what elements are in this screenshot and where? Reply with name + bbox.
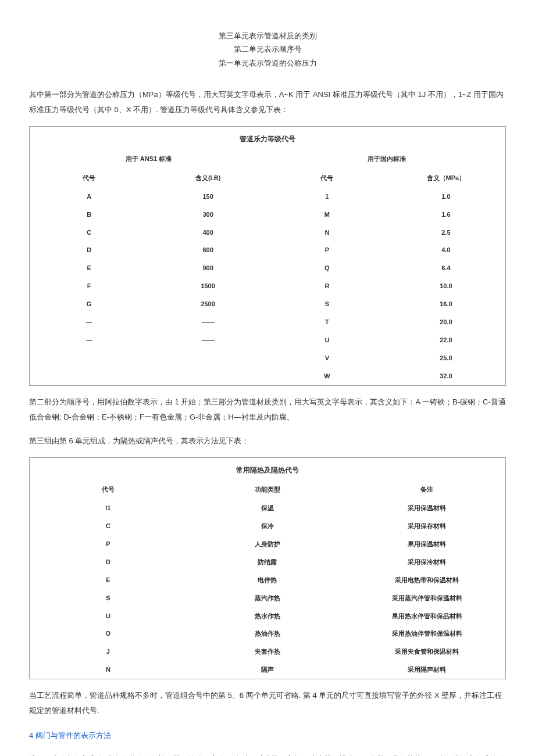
table-row: F1500R10.0 (30, 277, 506, 295)
table-cell: 电伴热 (187, 571, 348, 589)
table-cell: 4.0 (387, 241, 506, 259)
table-cell: 人身防护 (187, 535, 348, 553)
table-cell: 采用热油伴管和保温材料 (348, 625, 505, 643)
table-cell (30, 349, 149, 367)
table2-h2: 功能类型 (187, 480, 348, 499)
table-cell: 1500 (148, 277, 268, 295)
table-cell: 1 (268, 188, 387, 206)
table2-h1: 代号 (30, 480, 187, 499)
table-cell: 900 (148, 259, 268, 277)
table-cell: 1.6 (387, 206, 506, 224)
table-cell: 隔声 (187, 661, 348, 679)
table-row: O热油作热采用热油伴管和保温材料 (30, 625, 506, 643)
table-row: D600P4.0 (30, 241, 506, 259)
table-row: C400N2.5 (30, 224, 506, 242)
table-cell: 300 (148, 206, 268, 224)
table-cell: 400 (148, 224, 268, 242)
table-cell: P (30, 535, 187, 553)
table2-title: 常用隔热及隔热代号 (30, 457, 506, 480)
pressure-grade-table: 管道乐力等级代号 用于 ANS1 标准 用于国内标准 代号 含义(I.B) 代号… (29, 126, 506, 385)
table-cell (30, 367, 149, 385)
table-cell: P (268, 241, 387, 259)
table-cell: 热油作热 (187, 625, 348, 643)
table-row: E电伴热采用电热带和保温材料 (30, 571, 506, 589)
paragraph-5: 流程图中全部阀门和各种管路附件，如补偿器，软管、永久（临时）过速器、盲板、疏水器… (29, 752, 506, 756)
table-cell: 保冷 (187, 517, 348, 535)
table-cell: 采用隔声材料 (348, 661, 505, 679)
table-cell: N (30, 661, 187, 679)
table1-h4: 含义（MPa） (387, 169, 506, 188)
table-cell: —— (148, 331, 268, 349)
table1-group1: 用于 ANS1 标准 (30, 149, 268, 169)
table-cell: V (268, 349, 387, 367)
table-cell: 蒸汽作热 (187, 589, 348, 607)
table-cell: 10.0 (387, 277, 506, 295)
table-cell: 20.0 (387, 313, 506, 331)
table-row: W32.0 (30, 367, 506, 385)
section-4-title: 4 阀门与管件的表示方法 (29, 729, 506, 743)
table-cell: 保温 (187, 499, 348, 517)
table1-group2: 用于国内标准 (268, 149, 506, 169)
table-row: U热水作热果用热水伴管和保品材料 (30, 607, 506, 625)
table1-h3: 代号 (268, 169, 387, 188)
unit-line-3: 第三单元表示管道材质的类别 (29, 29, 506, 42)
table-row: I1保温采用保温材料 (30, 499, 506, 517)
paragraph-2: 第二部分为顺序号，用阿拉伯数字表示，由 1 开始；第三部分为管道材质类别，用大写… (29, 395, 506, 425)
table-cell: 采用保存材料 (348, 517, 505, 535)
table-row: E900Q6.4 (30, 259, 506, 277)
table-cell: 22.0 (387, 331, 506, 349)
table-cell: 夹套作热 (187, 643, 348, 661)
paragraph-4: 当工艺流程简单，管道品种规格不多时，管道组合号中的第 5、6 两个单元可省略. … (29, 688, 506, 718)
table-cell: 1.0 (387, 188, 506, 206)
table-row: G2500S16.0 (30, 295, 506, 313)
unit-definition-block: 第三单元表示管道材质的类别 第二单元表示顺序号 第一单元表示管道的公称压力 (29, 29, 506, 70)
table2-h3: 备注 (348, 480, 505, 499)
table-cell: 采用电热带和保温材料 (348, 571, 505, 589)
table-cell: 采用保冷材料 (348, 553, 505, 571)
table-row: J夹套作热采用夹食管和保温材料 (30, 643, 506, 661)
table-cell: U (30, 607, 187, 625)
table-row: P人身防护果用保温材料 (30, 535, 506, 553)
table-row: D防结露采用保冷材料 (30, 553, 506, 571)
table-cell: D (30, 241, 149, 259)
table-cell (148, 367, 268, 385)
table-cell: —— (148, 313, 268, 331)
table-cell: 采用蒸汽伴管和保温材料 (348, 589, 505, 607)
table-cell: O (30, 625, 187, 643)
table-cell: I1 (30, 499, 187, 517)
paragraph-1: 其中第一部分为管道的公称压力（MPa）等级代号，用大写英文字母表示，A~K 用于… (29, 87, 506, 117)
table-cell: 防结露 (187, 553, 348, 571)
table-cell: 25.0 (387, 349, 506, 367)
table-cell: E (30, 259, 149, 277)
table-cell: A (30, 188, 149, 206)
table-cell (148, 349, 268, 367)
table-cell: 果用保温材料 (348, 535, 505, 553)
table-row: A15011.0 (30, 188, 506, 206)
table-row: B300M1.6 (30, 206, 506, 224)
table-cell: U (268, 331, 387, 349)
table-cell: G (30, 295, 149, 313)
table-cell: 2.5 (387, 224, 506, 242)
table-cell: 采用夹食管和保温材料 (348, 643, 505, 661)
unit-line-2: 第二单元表示顺序号 (29, 42, 506, 56)
table-cell: — (30, 313, 149, 331)
unit-line-1: 第一单元表示管道的公称压力 (29, 56, 506, 70)
table-row: C保冷采用保存材料 (30, 517, 506, 535)
table-row: ———T20.0 (30, 313, 506, 331)
table-cell: 采用保温材料 (348, 499, 505, 517)
table-cell: D (30, 553, 187, 571)
table1-h2: 含义(I.B) (148, 169, 268, 188)
table-cell: 600 (148, 241, 268, 259)
table-cell: E (30, 571, 187, 589)
table-cell: C (30, 517, 187, 535)
table1-h1: 代号 (30, 169, 149, 188)
paragraph-3: 第三组由第 6 单元组成，为隔热或隔声代号，其表示方法见下表： (29, 433, 506, 449)
table-cell: C (30, 224, 149, 242)
table-row: ———U22.0 (30, 331, 506, 349)
table1-title: 管道乐力等级代号 (30, 127, 506, 149)
table-row: N隔声采用隔声材料 (30, 661, 506, 679)
table-cell: 2500 (148, 295, 268, 313)
table-cell: 果用热水伴管和保品材料 (348, 607, 505, 625)
table-cell: S (268, 295, 387, 313)
insulation-code-table: 常用隔热及隔热代号 代号 功能类型 备注 I1保温采用保温材料C保冷采用保存材料… (29, 457, 506, 680)
